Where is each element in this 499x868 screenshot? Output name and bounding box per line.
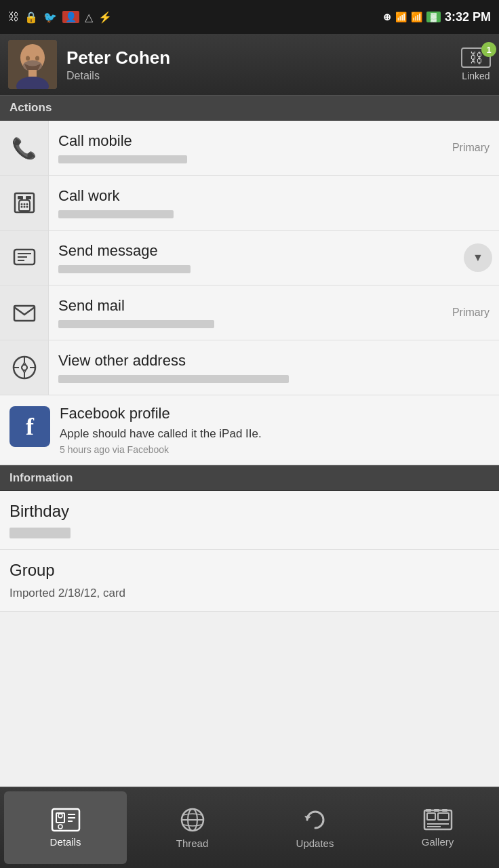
- details-nav-label: Details: [50, 836, 81, 848]
- phone-icon: 📞: [12, 136, 37, 160]
- call-work-title: Call work: [58, 187, 480, 205]
- svg-rect-38: [427, 813, 435, 820]
- call-work-subtitle: [58, 210, 174, 218]
- contact-info: Peter Cohen Details: [8, 40, 170, 89]
- status-right: ⊕ 📶 📶 ▓ 3:32 PM: [383, 10, 491, 24]
- send-mail-subtitle: [58, 320, 214, 328]
- facebook-title: Facebook profile: [60, 405, 262, 422]
- svg-point-15: [26, 206, 28, 208]
- svg-point-11: [23, 203, 25, 205]
- globe-icon: [179, 806, 206, 833]
- gallery-nav-label: Gallery: [422, 836, 454, 848]
- svg-point-29: [58, 814, 62, 818]
- gallery-icon: [423, 808, 453, 832]
- group-text: Imported 2/18/12, card: [9, 587, 490, 600]
- view-address-subtitle: [58, 375, 289, 383]
- phone-work-icon: [12, 191, 37, 215]
- svg-rect-39: [438, 813, 449, 820]
- chain-icon: ⛓: [469, 50, 483, 66]
- usb-icon: ⚡: [98, 11, 112, 24]
- contact-name: Peter Cohen: [66, 47, 170, 68]
- svg-rect-9: [26, 196, 31, 199]
- facebook-icon-box: f: [9, 406, 50, 447]
- view-address-content: View other address: [49, 344, 499, 391]
- message-icon: [12, 245, 37, 270]
- thread-nav-label: Thread: [176, 837, 209, 849]
- mail-icon: [12, 300, 37, 325]
- alert-icon: △: [85, 11, 93, 24]
- birthday-bar: [9, 528, 71, 538]
- status-time: 3:32 PM: [445, 10, 491, 24]
- svg-point-2: [26, 56, 30, 61]
- action-item-view-address[interactable]: View other address: [0, 340, 499, 395]
- send-mail-icon-box: [0, 285, 49, 340]
- person-icon: 👤: [62, 11, 79, 23]
- svg-rect-7: [15, 193, 34, 212]
- refresh-icon: [302, 806, 329, 833]
- lock-icon: 🔒: [24, 11, 38, 24]
- call-mobile-badge: Primary: [452, 142, 499, 154]
- svg-rect-6: [28, 70, 37, 77]
- facebook-content: Facebook profile Apple should have calle…: [60, 405, 262, 455]
- send-message-subtitle: [58, 265, 191, 273]
- call-mobile-content: Call mobile: [49, 124, 452, 172]
- action-item-call-mobile[interactable]: 📞 Call mobile Primary: [0, 121, 499, 176]
- battery-icon: ▓: [426, 12, 441, 22]
- bottom-nav: Details Thread Updates: [0, 787, 499, 868]
- send-mail-content: Send mail: [49, 289, 452, 336]
- send-message-title: Send message: [58, 242, 454, 260]
- bird-icon: 🐦: [43, 11, 57, 24]
- call-work-content: Call work: [49, 179, 490, 226]
- svg-point-10: [20, 203, 22, 205]
- contact-header: Peter Cohen Details ⛓ 1 Linked: [0, 34, 499, 95]
- group-title: Group: [9, 561, 490, 580]
- nav-item-updates[interactable]: Updates: [254, 787, 376, 868]
- view-address-title: View other address: [58, 352, 490, 370]
- facebook-item[interactable]: f Facebook profile Apple should have cal…: [0, 395, 499, 465]
- details-icon: [51, 808, 81, 832]
- svg-point-13: [20, 206, 22, 208]
- nav-item-gallery[interactable]: Gallery: [376, 787, 499, 868]
- facebook-time: 5 hours ago via Facebook: [60, 444, 262, 455]
- call-work-icon-box: [0, 176, 49, 230]
- link-icon: ⛓: [8, 11, 19, 23]
- birthday-title: Birthday: [9, 502, 490, 521]
- location-icon: [11, 354, 38, 381]
- chevron-down-icon: ▼: [473, 252, 483, 264]
- svg-rect-42: [426, 809, 431, 812]
- svg-point-3: [35, 56, 39, 61]
- contact-text: Peter Cohen Details: [66, 47, 170, 82]
- wifi-icon: 📶: [395, 12, 407, 22]
- action-item-call-work[interactable]: Call work: [0, 176, 499, 231]
- avatar-image: [8, 40, 57, 89]
- call-mobile-title: Call mobile: [58, 132, 443, 150]
- facebook-f-icon: f: [26, 412, 34, 441]
- svg-rect-43: [434, 809, 439, 812]
- facebook-post: Apple should have called it the iPad IIe…: [60, 427, 262, 441]
- send-message-dropdown[interactable]: ▼: [464, 243, 492, 272]
- signal-icon: 📶: [411, 12, 422, 22]
- svg-point-33: [58, 825, 62, 829]
- svg-rect-44: [442, 809, 447, 812]
- send-mail-badge: Primary: [452, 307, 499, 319]
- action-item-send-mail[interactable]: Send mail Primary: [0, 285, 499, 340]
- updates-nav-label: Updates: [296, 837, 334, 849]
- call-mobile-icon-box: 📞: [0, 121, 49, 175]
- send-mail-title: Send mail: [58, 297, 443, 315]
- main-content: Actions 📞 Call mobile Primary: [0, 95, 499, 787]
- nav-item-thread[interactable]: Thread: [131, 787, 254, 868]
- send-message-content: Send message: [49, 234, 464, 281]
- status-icons-left: ⛓ 🔒 🐦 👤 △ ⚡: [8, 11, 112, 24]
- nav-item-details[interactable]: Details: [4, 791, 127, 864]
- gps-icon: ⊕: [383, 12, 391, 22]
- svg-point-14: [23, 206, 25, 208]
- section-header-information: Information: [0, 465, 499, 491]
- info-item-group: Group Imported 2/18/12, card: [0, 550, 499, 612]
- linked-label: Linked: [462, 71, 490, 81]
- send-message-icon-box: [0, 231, 49, 285]
- section-header-actions: Actions: [0, 95, 499, 121]
- action-item-send-message[interactable]: Send message ▼: [0, 231, 499, 285]
- view-address-icon-box: [0, 340, 49, 395]
- linked-button[interactable]: ⛓ 1 Linked: [461, 47, 491, 81]
- linked-icon: ⛓ 1: [461, 47, 491, 68]
